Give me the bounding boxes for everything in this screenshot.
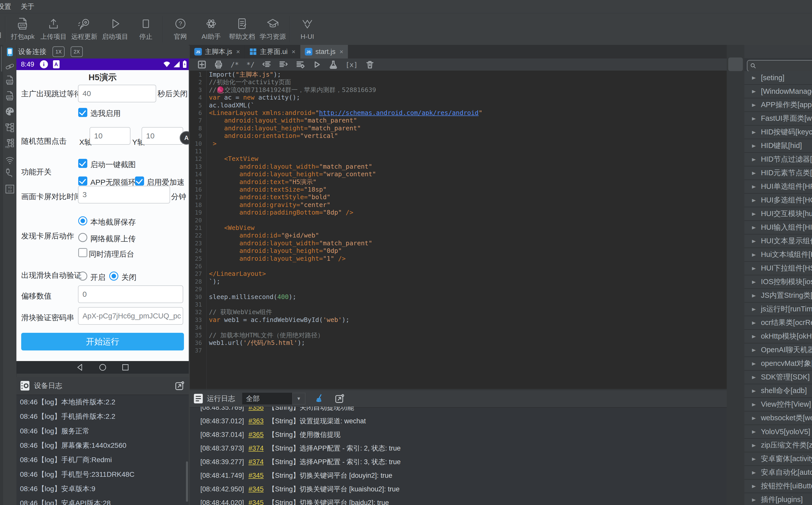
- expand-arrow-icon[interactable]: ▶: [752, 102, 756, 108]
- tab-close-icon[interactable]: ×: [236, 48, 240, 56]
- editor-tab-start.js[interactable]: JSstart.js×: [300, 45, 348, 58]
- toolbar-button-stop[interactable]: 停止: [130, 15, 161, 43]
- sidebar-item[interactable]: ▶安卓自动化[auto]: [744, 466, 812, 479]
- editor-scroll-column[interactable]: [727, 45, 744, 505]
- node-tree-icon[interactable]: [5, 123, 15, 133]
- menu-about[interactable]: 关于: [21, 2, 34, 11]
- flask-icon[interactable]: [329, 60, 338, 69]
- brackets-x-icon[interactable]: [x]: [345, 61, 358, 68]
- sidebar-item[interactable]: ▶HID按键码[keycode]: [744, 126, 812, 139]
- sidebar-item[interactable]: ▶[WindowManager]: [744, 85, 812, 98]
- log-ref-link[interactable]: #365: [248, 431, 264, 439]
- toolbar-button-doc[interactable]: 帮助文档: [227, 15, 257, 43]
- skip-wait-input[interactable]: [78, 85, 156, 102]
- sidebar-item[interactable]: ▶安卓窗体[activity]: [744, 452, 812, 465]
- outdent-icon[interactable]: [262, 60, 271, 69]
- sidebar-item[interactable]: ▶JS内置String类[String]: [744, 289, 812, 302]
- device-icon[interactable]: [5, 47, 15, 57]
- log-filter-dropdown-button[interactable]: ▼: [292, 393, 305, 404]
- expand-arrow-icon[interactable]: ▶: [752, 252, 756, 257]
- assistive-touch-ball[interactable]: [180, 131, 189, 145]
- expand-arrow-icon[interactable]: ▶: [752, 157, 756, 162]
- clipped-toolbar-button[interactable]: 目: [0, 15, 4, 43]
- zoom-2x-button[interactable]: 2X: [71, 46, 83, 57]
- sidebar-item[interactable]: ▶zip压缩文件类[zip]: [744, 439, 812, 452]
- expand-arrow-icon[interactable]: ▶: [752, 143, 756, 148]
- log-ref-link[interactable]: #363: [248, 417, 264, 425]
- printer-icon[interactable]: [214, 60, 223, 69]
- one-key-screenshot-checkbox[interactable]: [78, 159, 87, 168]
- expand-arrow-icon[interactable]: ▶: [752, 361, 756, 366]
- menu-settings[interactable]: 设置: [0, 2, 11, 11]
- offset-input[interactable]: [78, 286, 183, 303]
- log-ref-link[interactable]: #374: [248, 458, 264, 466]
- expand-arrow-icon[interactable]: ▶: [752, 415, 756, 420]
- expand-arrow-icon[interactable]: ▶: [752, 170, 756, 175]
- expand-arrow-icon[interactable]: ▶: [752, 75, 756, 80]
- expand-arrow-icon[interactable]: ▶: [752, 307, 756, 312]
- scrollbar-thumb[interactable]: [1, 46, 2, 71]
- toolbar-button-upload[interactable]: 上传项目: [38, 15, 69, 43]
- slider-off-radio[interactable]: [109, 272, 118, 281]
- nav-home-icon[interactable]: [98, 363, 107, 372]
- palette-icon[interactable]: [5, 107, 15, 117]
- toolbar-button-rocket[interactable]: 远程更新: [69, 15, 100, 43]
- code-editor[interactable]: 1Import("主脚本.js");2//初始化一个activity页面3//🧶…: [190, 70, 727, 389]
- app-loop-checkbox[interactable]: [78, 176, 87, 186]
- comment-close-icon[interactable]: */: [246, 61, 255, 68]
- accelerator-checkbox[interactable]: [135, 176, 144, 186]
- expand-arrow-icon[interactable]: ▶: [752, 402, 756, 407]
- sidebar-item[interactable]: ▶HID节点过滤器[HidF]: [744, 153, 812, 166]
- trash-icon[interactable]: [365, 60, 374, 69]
- expand-arrow-icon[interactable]: ▶: [752, 130, 756, 135]
- sidebar-item[interactable]: ▶HUI交互模块[hui]: [744, 207, 812, 220]
- log-ref-link[interactable]: #345: [248, 472, 264, 479]
- expand-arrow-icon[interactable]: ▶: [752, 238, 756, 243]
- expand-arrow-icon[interactable]: ▶: [752, 484, 756, 489]
- sidebar-item[interactable]: ▶websocket类[websocket]: [744, 411, 812, 425]
- toolbar-button-hui[interactable]: H-UI: [292, 15, 323, 43]
- device-log-scrollbar[interactable]: [186, 461, 188, 502]
- expand-arrow-icon[interactable]: ▶: [752, 388, 756, 393]
- y-axis-input[interactable]: [141, 127, 183, 145]
- editor-scrollbar-thumb[interactable]: [728, 57, 743, 71]
- usb-icon[interactable]: [5, 167, 15, 177]
- x-axis-input[interactable]: [90, 127, 130, 145]
- slider-on-radio[interactable]: [78, 272, 87, 281]
- expand-arrow-icon[interactable]: ▶: [752, 184, 756, 189]
- log-filter-select[interactable]: 全部: [242, 393, 292, 404]
- run-log-expand-icon[interactable]: [335, 393, 345, 404]
- sidebar-item[interactable]: ▶HID元素节点类[HidE]: [744, 166, 812, 179]
- expand-arrow-icon[interactable]: ▶: [752, 429, 756, 434]
- hid-tree-icon[interactable]: HID: [5, 139, 15, 149]
- play-icon[interactable]: [312, 60, 321, 69]
- tab-close-icon[interactable]: ×: [292, 48, 296, 56]
- device-screen-mirror[interactable]: 8:49 H5演示 主广出现跳过等待 秒后关闭 选我启用 随机范围点击 X轴 Y…: [16, 58, 189, 374]
- expand-arrow-icon[interactable]: ▶: [752, 279, 756, 284]
- tab-close-icon[interactable]: ×: [339, 48, 343, 56]
- local-screenshot-radio[interactable]: [78, 216, 87, 225]
- toolbar-button-play[interactable]: 启动项目: [100, 15, 130, 43]
- slider-password-input[interactable]: [78, 307, 183, 325]
- expand-arrow-icon[interactable]: ▶: [752, 375, 756, 380]
- log-ref-link[interactable]: #356: [248, 407, 264, 411]
- log-ref-link[interactable]: #345: [248, 485, 264, 493]
- expand-arrow-icon[interactable]: ▶: [752, 116, 756, 121]
- sidebar-item[interactable]: ▶[seting]: [744, 71, 812, 84]
- format-icon[interactable]: [296, 60, 305, 69]
- sidebar-item[interactable]: ▶HID键鼠[hid]: [744, 139, 812, 152]
- zoom-1x-button[interactable]: 1X: [52, 46, 65, 57]
- expand-arrow-icon[interactable]: ▶: [752, 443, 756, 448]
- expand-arrow-icon[interactable]: ▶: [752, 266, 756, 271]
- device-log-expand-icon[interactable]: [175, 381, 185, 391]
- sidebar-search-input[interactable]: [747, 60, 812, 71]
- expand-arrow-icon[interactable]: ▶: [752, 497, 756, 502]
- log-ref-link[interactable]: #345: [248, 499, 264, 505]
- expand-arrow-icon[interactable]: ▶: [752, 347, 756, 352]
- expand-arrow-icon[interactable]: ▶: [752, 198, 756, 203]
- enable-me-checkbox[interactable]: [78, 108, 87, 117]
- log-ref-link[interactable]: #374: [248, 445, 264, 452]
- yolo-icon[interactable]: YOLO: [5, 184, 15, 194]
- sidebar-item[interactable]: ▶OpenAI聊天机器人[ai]: [744, 343, 812, 356]
- editor-tab-主脚本.js[interactable]: JS主脚本.js×: [190, 45, 245, 58]
